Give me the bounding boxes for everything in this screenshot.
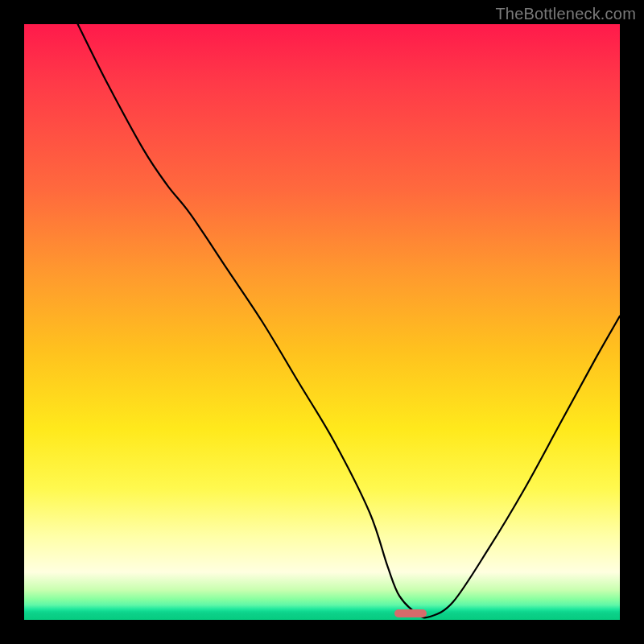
bottleneck-curve xyxy=(78,24,620,617)
minimum-marker xyxy=(394,609,427,617)
plot-area xyxy=(24,24,620,620)
chart-frame: TheBottleneck.com xyxy=(0,0,644,644)
curve-svg xyxy=(24,24,620,620)
watermark-text: TheBottleneck.com xyxy=(495,5,636,23)
